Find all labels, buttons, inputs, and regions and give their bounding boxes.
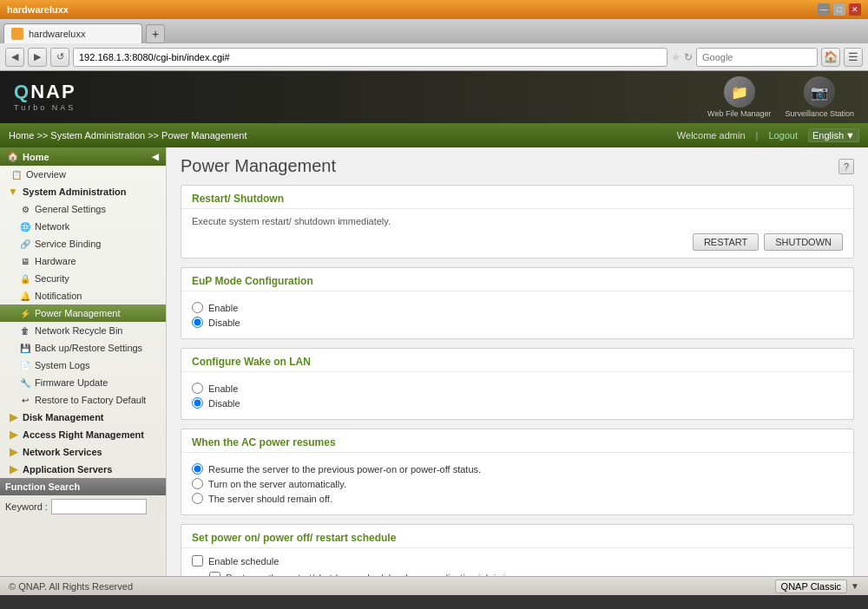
eup-enable-radio[interactable] — [192, 302, 203, 313]
recycle-bin-icon: 🗑 — [19, 324, 31, 337]
wake-on-lan-section: Configure Wake on LAN Enable Disable — [181, 348, 854, 420]
back-button[interactable]: ◀ — [5, 48, 24, 67]
logout-link[interactable]: Logout — [768, 130, 798, 141]
general-settings-icon: ⚙ — [19, 203, 31, 215]
restart-shutdown-desc: Execute system restart/ shutdown immedia… — [192, 216, 843, 226]
restart-shutdown-actions: RESTART SHUTDOWN — [192, 233, 843, 251]
restart-shutdown-title: Restart/ Shutdown — [181, 186, 853, 209]
refresh-icon: ↻ — [684, 51, 693, 63]
sidebar-item-system-logs[interactable]: 📄 System Logs — [0, 357, 166, 374]
address-input[interactable] — [73, 48, 667, 67]
ac-turnon-option[interactable]: Turn on the server automatically. — [192, 478, 843, 489]
function-search-header: Function Search — [0, 478, 166, 495]
enable-schedule-row: Enable schedule — [192, 555, 843, 566]
header-right: 📁 Web File Manager 📷 Surveillance Statio… — [707, 76, 854, 118]
sidebar-item-network-recycle-bin[interactable]: 🗑 Network Recycle Bin — [0, 322, 166, 339]
wol-enable-radio[interactable] — [192, 383, 203, 394]
browser-titlebar: hardwareluxx — □ ✕ — [0, 0, 868, 19]
shutdown-button[interactable]: SHUTDOWN — [764, 233, 843, 251]
enable-schedule-checkbox[interactable] — [192, 555, 203, 566]
ac-power-body: Resume the server to the previous power-… — [181, 453, 853, 514]
schedule-section: Set power on/ power off/ restart schedul… — [181, 524, 854, 576]
home-button[interactable]: 🏠 — [821, 48, 840, 67]
ac-resume-option[interactable]: Resume the server to the previous power-… — [192, 463, 843, 475]
page-title-row: Power Management ? — [181, 156, 854, 176]
ac-remainoff-radio[interactable] — [192, 493, 203, 504]
ac-power-section: When the AC power resumes Resume the ser… — [181, 429, 854, 515]
enable-schedule-label: Enable schedule — [208, 556, 279, 566]
sidebar-home-header[interactable]: 🏠 Home ◀ — [0, 147, 166, 166]
minimize-btn[interactable]: — — [818, 3, 830, 16]
nav-bar: Home >> System Administration >> Power M… — [0, 123, 868, 147]
eup-disable-radio[interactable] — [192, 317, 203, 328]
eup-disable-option[interactable]: Disable — [192, 317, 843, 328]
restart-shutdown-body: Execute system restart/ shutdown immedia… — [181, 209, 853, 258]
wol-enable-option[interactable]: Enable — [192, 383, 843, 394]
network-icon: 🌐 — [19, 220, 31, 232]
reload-button[interactable]: ↺ — [50, 48, 69, 67]
sidebar-item-security[interactable]: 🔒 Security — [0, 270, 166, 287]
security-icon: 🔒 — [19, 272, 31, 285]
qnap-logo: QNAP Turbo NAS — [14, 82, 76, 112]
sidebar-item-network-services[interactable]: ▶ Network Services — [0, 443, 166, 461]
schedule-body: Enable schedule Postpone the restart/shu… — [181, 548, 853, 576]
main-layout: 🏠 Home ◀ 📋 Overview ▼ System Administrat… — [0, 147, 868, 576]
app-wrapper: QNAP Turbo NAS 📁 Web File Manager 📷 Surv… — [0, 71, 868, 595]
browser-tabbar: hardwareluxx + — [0, 19, 868, 43]
sidebar-home-label: Home — [23, 152, 49, 162]
browser-tab[interactable]: hardwareluxx — [3, 23, 142, 43]
web-file-manager-icon[interactable]: 📁 Web File Manager — [707, 76, 771, 118]
ac-radio-group: Resume the server to the previous power-… — [192, 460, 843, 508]
sidebar-item-access-right[interactable]: ▶ Access Right Management — [0, 426, 166, 443]
sidebar: 🏠 Home ◀ 📋 Overview ▼ System Administrat… — [0, 147, 167, 576]
sidebar-item-power-management[interactable]: ⚡ Power Management — [0, 304, 166, 322]
tab-add-button[interactable]: + — [146, 24, 165, 43]
maximize-btn[interactable]: □ — [833, 3, 845, 16]
keyword-input[interactable] — [51, 499, 147, 514]
eup-mode-title: EuP Mode Configuration — [181, 268, 853, 291]
sidebar-item-app-servers[interactable]: ▶ Application Servers — [0, 461, 166, 478]
sidebar-item-service-binding[interactable]: 🔗 Service Binding — [0, 235, 166, 252]
home-icon: 🏠 — [7, 151, 19, 162]
sidebar-collapse-btn[interactable]: ◀ — [152, 152, 159, 161]
sidebar-item-disk-management[interactable]: ▶ Disk Management — [0, 409, 166, 426]
tab-favicon — [11, 28, 23, 40]
wake-on-lan-title: Configure Wake on LAN — [181, 349, 853, 372]
sidebar-item-firmware-update[interactable]: 🔧 Firmware Update — [0, 374, 166, 391]
language-selector[interactable]: English ▼ — [808, 128, 859, 142]
help-button[interactable]: ? — [838, 159, 854, 174]
eup-mode-section: EuP Mode Configuration Enable Disable — [181, 267, 854, 339]
sidebar-item-general-settings[interactable]: ⚙ General Settings — [0, 200, 166, 218]
ac-resume-radio[interactable] — [192, 463, 203, 475]
ac-remainoff-option[interactable]: The server should remain off. — [192, 493, 843, 504]
appservers-folder-icon: ▶ — [7, 463, 19, 475]
power-icon: ⚡ — [19, 307, 31, 319]
sidebar-item-notification[interactable]: 🔔 Notification — [0, 287, 166, 304]
sidebar-item-system-admin[interactable]: ▼ System Administration — [0, 183, 166, 200]
tab-title: hardwareluxx — [29, 29, 85, 39]
surveillance-station-icon[interactable]: 📷 Surveillance Station — [785, 76, 854, 118]
eup-enable-option[interactable]: Enable — [192, 302, 843, 313]
wol-radio-group: Enable Disable — [192, 379, 843, 412]
bookmark-icon: ★ — [671, 51, 681, 63]
logs-icon: 📄 — [19, 359, 31, 371]
status-bar: © QNAP. All Rights Reserved QNAP Classic… — [0, 576, 868, 595]
backup-icon: 💾 — [19, 342, 31, 354]
keyword-label: Keyword : — [5, 501, 48, 512]
close-btn[interactable]: ✕ — [849, 3, 861, 16]
wol-disable-radio[interactable] — [192, 397, 203, 409]
sidebar-item-restore-factory[interactable]: ↩ Restore to Factory Default — [0, 391, 166, 409]
sidebar-item-overview[interactable]: 📋 Overview — [0, 166, 166, 183]
sidebar-item-network[interactable]: 🌐 Network — [0, 218, 166, 235]
forward-button[interactable]: ▶ — [28, 48, 47, 67]
settings-icon[interactable]: ☰ — [844, 48, 863, 67]
classic-mode-button[interactable]: QNAP Classic — [775, 580, 847, 593]
wol-disable-option[interactable]: Disable — [192, 397, 843, 409]
search-input[interactable] — [702, 52, 822, 62]
ac-turnon-radio[interactable] — [192, 478, 203, 489]
classic-dropdown-icon[interactable]: ▼ — [851, 581, 859, 591]
restart-button[interactable]: RESTART — [693, 233, 759, 251]
qnap-sub: Turbo NAS — [14, 103, 76, 112]
sidebar-item-hardware[interactable]: 🖥 Hardware — [0, 252, 166, 270]
sidebar-item-backup-restore[interactable]: 💾 Back up/Restore Settings — [0, 339, 166, 357]
